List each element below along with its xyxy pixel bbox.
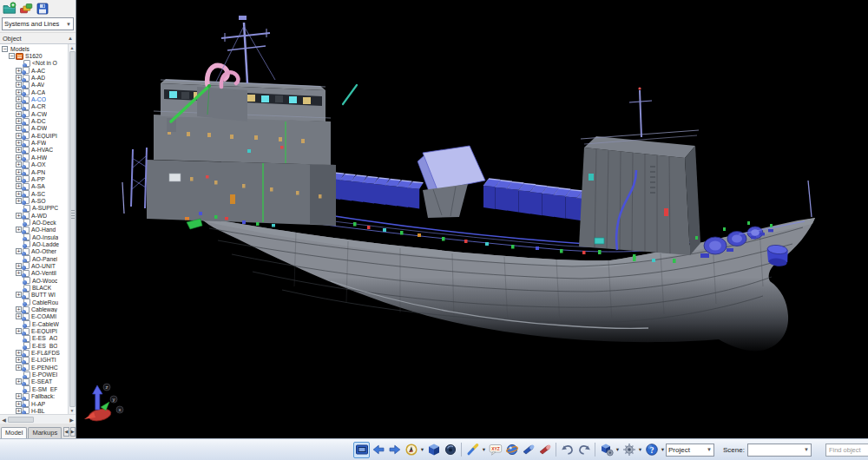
- tree-item-a-fw[interactable]: +A-FW: [0, 139, 68, 146]
- tree-horizontal-scrollbar[interactable]: ◀ ▶: [0, 414, 76, 424]
- tree-item-e-sm-ef[interactable]: E-SM_EF: [0, 385, 68, 392]
- tree-item-e-es-bo[interactable]: E-ES_BO: [0, 342, 68, 349]
- xyz-tooltip-button[interactable]: XYZ: [487, 442, 503, 458]
- tree-item-a-equipi[interactable]: +A-EQUIPI: [0, 132, 68, 139]
- tab-scroll-left-icon[interactable]: ◀: [63, 427, 69, 437]
- tree-item-a-hw[interactable]: +A-HW: [0, 154, 68, 161]
- tree-item-a-co[interactable]: +A-CO: [0, 95, 68, 102]
- tree-item-e-coami[interactable]: +E-COAMI: [0, 313, 68, 320]
- tree-item-e-penhc[interactable]: +E-PENHC: [0, 364, 68, 371]
- expand-toggle-icon[interactable]: +: [16, 263, 22, 269]
- tab-scroll-right-icon[interactable]: ▶: [70, 427, 76, 437]
- tree-item-ao-insula[interactable]: AO-Insula: [0, 233, 68, 240]
- tree-item-ao-other[interactable]: +AO-Other: [0, 248, 68, 255]
- expand-toggle-icon[interactable]: +: [16, 89, 22, 95]
- expand-toggle-icon[interactable]: +: [16, 350, 22, 356]
- expand-toggle-icon[interactable]: +: [16, 401, 22, 407]
- view-cube-button[interactable]: [425, 442, 442, 458]
- orientation-triad[interactable]: z y x: [82, 380, 126, 429]
- tree-item-a-so[interactable]: +A-SO: [0, 197, 68, 204]
- tree-item-a-hvac[interactable]: +A-HVAC: [0, 147, 68, 154]
- ship-3d-model[interactable]: [77, 0, 868, 438]
- scrollbar-thumb[interactable]: [69, 51, 76, 407]
- find-object-input[interactable]: [825, 444, 868, 457]
- tree-item-ao-deck[interactable]: AO-Deck: [0, 219, 68, 226]
- tree-item-a-suppc[interactable]: A-SUPPC: [0, 205, 68, 212]
- expand-toggle-icon[interactable]: +: [16, 140, 22, 146]
- tree-item-a-pn[interactable]: +A-PN: [0, 168, 68, 175]
- tree-item-cableway[interactable]: +Cableway: [0, 306, 68, 312]
- expand-toggle-icon[interactable]: +: [16, 378, 22, 384]
- expand-toggle-icon[interactable]: +: [16, 125, 22, 131]
- help-button-dropdown[interactable]: ▼: [660, 447, 666, 452]
- tree-item-a-cr[interactable]: +A-CR: [0, 103, 68, 110]
- expand-toggle-icon[interactable]: +: [16, 103, 22, 109]
- tree-item-models[interactable]: −Models: [0, 45, 68, 52]
- scroll-right-icon[interactable]: ▶: [68, 417, 76, 423]
- tree-item-a-av[interactable]: +A-AV: [0, 82, 68, 89]
- expand-toggle-icon[interactable]: +: [16, 176, 22, 182]
- expand-toggle-icon[interactable]: +: [16, 75, 22, 81]
- tree-item-a-cw[interactable]: +A-CW: [0, 110, 68, 117]
- expand-toggle-icon[interactable]: +: [16, 133, 22, 139]
- undo-button[interactable]: [559, 442, 575, 458]
- tree-item-e-fl-fds[interactable]: +E-FL&FDS: [0, 349, 68, 356]
- collapse-toggle-icon[interactable]: −: [2, 46, 8, 52]
- tree-item-ao-ventil[interactable]: +AO-Ventil: [0, 270, 68, 277]
- color-modes-button[interactable]: [19, 2, 33, 16]
- expand-toggle-icon[interactable]: +: [16, 154, 22, 161]
- object-section-header[interactable]: Object ▲: [0, 32, 76, 43]
- expand-toggle-icon[interactable]: +: [16, 198, 22, 204]
- tree-item-not-in-o[interactable]: <Not in O: [0, 60, 68, 67]
- step-forward-button[interactable]: [386, 442, 403, 458]
- tree-item-black[interactable]: BLACK: [0, 284, 68, 291]
- pointer-tool-button-dropdown[interactable]: ▼: [481, 447, 487, 452]
- panel-splitter-handle[interactable]: [71, 210, 75, 219]
- tree-item-e-equipi[interactable]: +E-EQUIPI: [0, 327, 68, 334]
- tree-item-a-dw[interactable]: +A-DW: [0, 125, 68, 132]
- tree-item-s1620[interactable]: −S1620: [0, 52, 68, 59]
- expand-toggle-icon[interactable]: +: [16, 227, 22, 233]
- grouping-selector[interactable]: Systems and Lines ▼: [2, 17, 74, 30]
- redo-button[interactable]: [575, 442, 592, 458]
- tree-item-a-wd[interactable]: +A-WD: [0, 212, 68, 219]
- tree-item-ao-unit[interactable]: +AO-UNIT: [0, 262, 68, 269]
- tree-item-a-ad[interactable]: +A-AD: [0, 74, 68, 81]
- scroll-left-icon[interactable]: ◀: [0, 417, 8, 423]
- scroll-up-icon[interactable]: ▲: [70, 45, 75, 50]
- tree-vertical-scrollbar[interactable]: ▲ ▼: [68, 44, 76, 414]
- open-model-button[interactable]: [3, 2, 16, 16]
- tree-item-butt-wi[interactable]: +BUTT WI: [0, 292, 68, 299]
- expand-toggle-icon[interactable]: +: [16, 248, 22, 254]
- tree-item-a-pp[interactable]: +A-PP: [0, 175, 68, 182]
- expand-toggle-icon[interactable]: +: [16, 213, 22, 219]
- save-button[interactable]: [36, 2, 49, 16]
- tree-item-e-lighti[interactable]: +E-LIGHTI: [0, 357, 68, 364]
- expand-toggle-icon[interactable]: +: [16, 313, 22, 319]
- expand-toggle-icon[interactable]: +: [16, 292, 22, 298]
- compass-button-dropdown[interactable]: ▼: [419, 447, 425, 452]
- 3d-viewport[interactable]: z y x: [77, 0, 868, 438]
- expand-toggle-icon[interactable]: +: [16, 328, 22, 334]
- expand-toggle-icon[interactable]: +: [16, 161, 22, 168]
- expand-toggle-icon[interactable]: +: [16, 68, 22, 74]
- expand-toggle-icon[interactable]: +: [16, 183, 22, 189]
- tree-item-a-sa[interactable]: +A-SA: [0, 183, 68, 190]
- tab-model[interactable]: Model: [1, 427, 27, 438]
- tree-item-h-ap[interactable]: +H-AP: [0, 400, 68, 407]
- expand-toggle-icon[interactable]: +: [16, 270, 22, 276]
- tree-item-a-ca[interactable]: +A-CA: [0, 89, 68, 95]
- expand-toggle-icon[interactable]: +: [16, 393, 22, 399]
- expand-toggle-icon[interactable]: +: [16, 147, 22, 153]
- horn-blue-button[interactable]: [520, 442, 536, 458]
- expand-toggle-icon[interactable]: +: [16, 96, 22, 102]
- horn-red-button[interactable]: [536, 442, 553, 458]
- expand-toggle-icon[interactable]: +: [16, 365, 22, 371]
- camera-button[interactable]: [442, 442, 458, 458]
- expand-toggle-icon[interactable]: +: [16, 191, 22, 197]
- collapse-toggle-icon[interactable]: −: [9, 53, 15, 59]
- pointer-tool-button[interactable]: [464, 442, 481, 458]
- tree-item-cablerou[interactable]: CableRou: [0, 299, 68, 306]
- tree-item-e-seat[interactable]: +E-SEAT_: [0, 378, 68, 385]
- tree-item-a-ac[interactable]: +A-AC: [0, 67, 68, 74]
